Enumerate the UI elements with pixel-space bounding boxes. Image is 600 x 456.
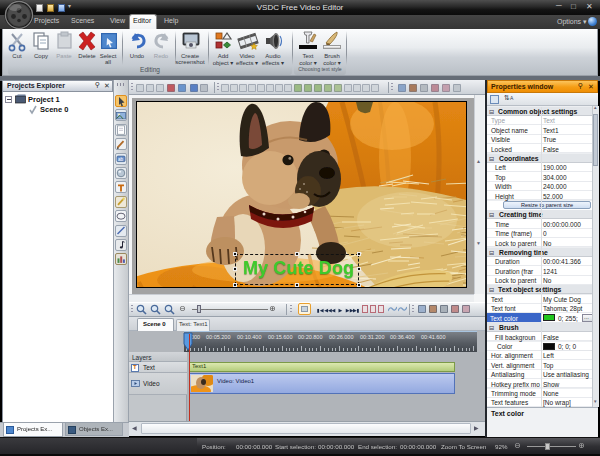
- svg-text:ab: ab: [118, 157, 124, 162]
